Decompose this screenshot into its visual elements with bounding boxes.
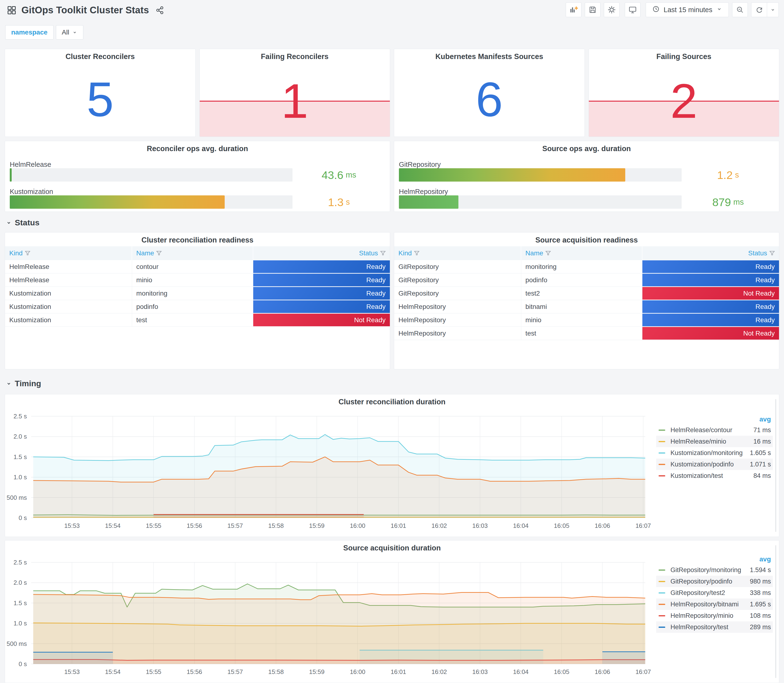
legend-item[interactable]: GitRepository/podinfo980 ms: [656, 576, 773, 587]
legend-item[interactable]: HelmRelease/minio16 ms: [656, 436, 773, 447]
share-icon[interactable]: [156, 6, 164, 14]
svg-text:15:59: 15:59: [309, 522, 324, 529]
legend-item[interactable]: Kustomization/test84 ms: [656, 470, 773, 481]
gauge-label: HelmRelease: [10, 160, 51, 168]
legend-item[interactable]: HelmRepository/minio108 ms: [656, 610, 773, 621]
legend-scrollbar[interactable]: [776, 399, 776, 532]
save-button[interactable]: [585, 2, 601, 17]
section-chevron-icon: [6, 380, 12, 387]
stat-panel: Kubernetes Manifests Sources6: [394, 49, 585, 137]
cell-status: Ready: [253, 260, 390, 273]
status-badge: Ready: [642, 274, 779, 286]
legend-series-avg: 338 ms: [750, 589, 771, 596]
chart-legend: avgHelmRelease/contour71 msHelmRelease/m…: [656, 414, 773, 481]
gauge-label: GitRepository: [399, 160, 441, 168]
filter-icon[interactable]: [380, 250, 386, 256]
cell-kind: HelmRelease: [5, 260, 132, 273]
column-header-kind[interactable]: Kind: [394, 246, 521, 260]
gauge-label: HelmRepository: [399, 188, 448, 196]
panel-title[interactable]: Cluster reconciliation readiness: [5, 236, 390, 244]
svg-text:16:06: 16:06: [595, 522, 610, 529]
series-color-swatch: [659, 592, 665, 593]
svg-text:15:53: 15:53: [64, 668, 80, 675]
column-header-label: Status: [359, 249, 378, 257]
table-row: HelmRepositorytestNot Ready: [394, 327, 779, 340]
column-header-status[interactable]: Status: [253, 246, 390, 260]
tv-mode-button[interactable]: [625, 2, 640, 17]
legend-series-avg: 16 ms: [753, 438, 771, 445]
svg-text:15:59: 15:59: [309, 668, 324, 675]
column-header-name[interactable]: Name: [132, 246, 253, 260]
filter-icon[interactable]: [545, 250, 551, 256]
gauge-fill: [10, 168, 12, 181]
legend-series-name: Kustomization/monitoring: [670, 449, 750, 457]
gauge-track: [10, 196, 292, 209]
cell-kind: Kustomization: [5, 287, 132, 300]
panel-title[interactable]: Cluster Reconcilers: [5, 52, 196, 61]
panel-title[interactable]: Source ops avg. duration: [394, 144, 779, 153]
svg-text:1.5 s: 1.5 s: [14, 453, 27, 460]
series-color-swatch: [659, 475, 665, 476]
legend-series-name: Kustomization/test: [670, 472, 753, 479]
panel-title[interactable]: Source acquisition readiness: [394, 236, 779, 244]
filter-icon[interactable]: [156, 250, 162, 256]
legend-series-avg: 1.594 s: [750, 566, 771, 574]
table-row: GitRepositorytest2Not Ready: [394, 287, 779, 300]
filter-icon[interactable]: [770, 250, 775, 256]
svg-text:15:56: 15:56: [187, 668, 202, 675]
legend-item[interactable]: GitRepository/test2338 ms: [656, 587, 773, 598]
dashboard-grid-icon[interactable]: [7, 6, 16, 15]
svg-text:2.0 s: 2.0 s: [14, 433, 27, 440]
section-timing[interactable]: Timing: [6, 379, 41, 388]
legend-item[interactable]: HelmRepository/bitnami1.695 s: [656, 598, 773, 610]
section-chevron-icon: [6, 220, 12, 226]
series-area: [603, 652, 645, 664]
gauge-track: [10, 168, 292, 181]
legend-series-avg: 1.071 s: [750, 461, 771, 468]
legend-item[interactable]: Kustomization/monitoring1.605 s: [656, 447, 773, 459]
column-header-kind[interactable]: Kind: [5, 246, 132, 260]
timeseries-panel: Source acquisition duration0 s500 ms1.0 …: [5, 540, 779, 683]
legend-item[interactable]: GitRepository/monitoring1.594 s: [656, 564, 773, 576]
refresh-interval-dropdown[interactable]: [767, 3, 779, 17]
svg-text:15:58: 15:58: [268, 522, 284, 529]
svg-text:0 s: 0 s: [19, 661, 27, 667]
column-header-status[interactable]: Status: [642, 246, 779, 260]
legend-item[interactable]: Kustomization/podinfo1.071 s: [656, 459, 773, 470]
cell-status: Ready: [642, 273, 779, 287]
legend-item[interactable]: HelmRepository/test289 ms: [656, 621, 773, 633]
legend-avg-header[interactable]: avg: [656, 414, 773, 424]
panel-title[interactable]: Reconciler ops avg. duration: [5, 144, 390, 153]
column-header-label: Name: [526, 249, 544, 257]
gauge-value: 879ms: [683, 196, 773, 209]
panel-title[interactable]: Failing Sources: [589, 52, 779, 61]
cell-kind: Kustomization: [5, 300, 132, 313]
panel-title[interactable]: Failing Reconcilers: [200, 52, 390, 61]
table-row: KustomizationpodinfoReady: [5, 300, 390, 313]
series-area: [33, 652, 113, 664]
gauge-value-number: 43.6: [322, 168, 343, 181]
filter-icon[interactable]: [414, 250, 419, 256]
legend-avg-header[interactable]: avg: [656, 554, 773, 564]
section-status[interactable]: Status: [6, 218, 40, 227]
zoom-out-button[interactable]: [732, 2, 748, 17]
add-panel-button[interactable]: [566, 2, 582, 17]
column-header-name[interactable]: Name: [521, 246, 642, 260]
settings-button[interactable]: [604, 2, 619, 17]
time-range-label: Last 15 minutes: [664, 6, 712, 14]
gauge-value-unit: s: [735, 170, 739, 180]
variable-namespace-value[interactable]: All: [56, 25, 83, 40]
filter-icon[interactable]: [25, 250, 30, 256]
svg-text:2.0 s: 2.0 s: [14, 579, 27, 586]
variables-row: namespace All: [5, 25, 83, 40]
legend-scrollbar[interactable]: [776, 545, 776, 678]
time-range-picker[interactable]: Last 15 minutes: [646, 2, 729, 17]
table: KindNameStatusGitRepositorymonitoringRea…: [394, 246, 779, 340]
stat-panel: Failing Sources2: [588, 49, 779, 137]
panel-title[interactable]: Kubernetes Manifests Sources: [394, 52, 585, 61]
series-color-swatch: [659, 604, 665, 605]
variable-namespace-label[interactable]: namespace: [5, 25, 54, 40]
variable-namespace-selected: All: [62, 29, 69, 36]
legend-item[interactable]: HelmRelease/contour71 ms: [656, 424, 773, 436]
refresh-button[interactable]: [751, 3, 767, 17]
